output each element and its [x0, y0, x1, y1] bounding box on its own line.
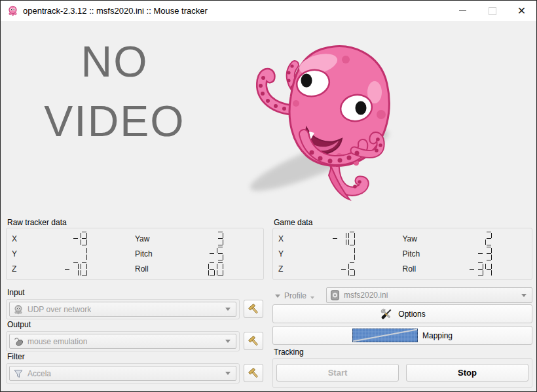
titlebar[interactable]: opentrack-2.3.12 :: msfs2020.ini :: Mous… — [1, 1, 536, 21]
game-data-group: X Y Z Yaw Pitch Roll — [272, 228, 532, 280]
output-combobox[interactable]: mouse emulation — [9, 334, 236, 349]
game-z-lcd — [340, 262, 357, 276]
maximize-button — [477, 1, 507, 21]
opentrack-window: opentrack-2.3.12 :: msfs2020.ini :: Mous… — [0, 0, 537, 392]
profile-combobox[interactable]: msfs2020.ini — [326, 287, 532, 303]
profile-logo-icon — [330, 290, 340, 300]
window-title: opentrack-2.3.12 :: msfs2020.ini :: Mous… — [23, 6, 208, 16]
raw-z-row: Z — [7, 262, 135, 277]
game-roll-lcd — [468, 262, 494, 276]
mapping-button-label: Mapping — [422, 331, 453, 340]
input-frame: UDP over network — [6, 299, 240, 319]
raw-roll-lcd — [208, 262, 225, 276]
input-settings-button[interactable] — [244, 300, 263, 318]
hammer-icon — [248, 336, 259, 347]
tools-icon — [379, 307, 394, 321]
filter-selected-value: Accela — [28, 369, 51, 378]
filter-combobox[interactable]: Accela — [9, 366, 236, 381]
minimize-button[interactable] — [448, 1, 477, 21]
octopus-app-icon — [7, 5, 18, 16]
chevron-down-icon — [310, 296, 314, 299]
options-button[interactable]: Options — [272, 304, 532, 323]
raw-tracker-data-title: Raw tracker data — [7, 218, 67, 227]
raw-x-lcd — [72, 232, 89, 245]
mapping-curve-icon — [352, 329, 418, 342]
game-x-lcd — [331, 232, 357, 245]
mapping-button[interactable]: Mapping — [272, 326, 532, 345]
game-x-row: X — [273, 231, 403, 246]
game-z-row: Z — [273, 262, 403, 277]
options-button-label: Options — [398, 310, 425, 319]
stop-button[interactable]: Stop — [406, 364, 528, 382]
filter-label: Filter — [7, 352, 25, 361]
output-settings-button[interactable] — [244, 332, 263, 350]
close-icon: ✕ — [517, 6, 526, 16]
hammer-icon — [248, 304, 259, 315]
input-combobox[interactable]: UDP over network — [9, 302, 236, 317]
filter-settings-button[interactable] — [244, 364, 263, 382]
octopus-gray-icon — [13, 304, 24, 315]
raw-pitch-row: Pitch — [135, 246, 263, 261]
close-button[interactable]: ✕ — [507, 1, 536, 21]
game-yaw-lcd — [485, 232, 494, 245]
raw-y-lcd — [81, 247, 89, 260]
filter-frame: Accela — [6, 363, 240, 383]
game-pitch-row: Pitch — [403, 246, 532, 261]
game-roll-row: Roll — [403, 262, 532, 277]
raw-yaw-lcd — [217, 232, 225, 245]
profile-menu-button[interactable]: Profile — [271, 289, 314, 302]
output-label: Output — [7, 320, 31, 329]
chevron-down-icon — [225, 340, 231, 343]
game-y-lcd — [348, 247, 357, 260]
profile-selected-value: msfs2020.ini — [344, 291, 388, 300]
raw-z-lcd — [64, 262, 89, 276]
hammer-icon — [248, 368, 259, 379]
minimize-icon — [459, 10, 466, 11]
game-yaw-row: Yaw — [403, 231, 532, 246]
raw-y-row: Y — [7, 246, 135, 261]
maximize-icon — [489, 7, 496, 15]
chevron-down-icon — [521, 294, 527, 297]
mouse-icon — [13, 336, 24, 347]
octopus-mascot-image — [246, 35, 423, 206]
output-frame: mouse emulation — [6, 331, 240, 351]
tracking-title: Tracking — [274, 347, 304, 357]
chevron-down-icon — [225, 372, 231, 375]
raw-tracker-data-group: X Y Z Yaw Pitch Roll — [6, 228, 264, 280]
raw-yaw-row: Yaw — [135, 231, 263, 246]
raw-pitch-lcd — [208, 247, 225, 260]
game-data-title: Game data — [274, 218, 312, 227]
raw-roll-row: Roll — [135, 262, 263, 277]
input-label: Input — [7, 288, 25, 297]
start-button: Start — [276, 364, 399, 382]
no-video-text: NO VIDEO — [12, 32, 217, 151]
input-selected-value: UDP over network — [28, 305, 91, 314]
output-selected-value: mouse emulation — [28, 337, 87, 346]
chevron-down-icon — [225, 308, 231, 311]
game-pitch-lcd — [477, 247, 494, 260]
tracking-group: Start Stop — [272, 358, 532, 388]
game-y-row: Y — [273, 246, 403, 261]
raw-x-row: X — [7, 231, 135, 246]
chevron-down-icon — [275, 294, 280, 298]
funnel-icon — [13, 368, 24, 379]
profile-menu-label: Profile — [284, 291, 306, 300]
